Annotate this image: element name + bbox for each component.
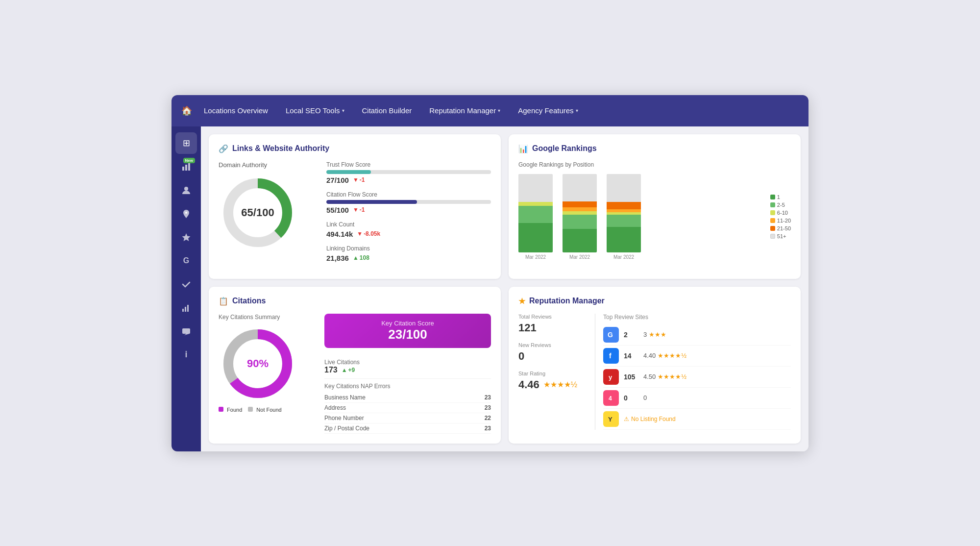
legend-dot-11-20 <box>770 218 775 223</box>
sidebar-item-star[interactable] <box>175 226 197 248</box>
bar-segment-6-10 <box>518 202 553 206</box>
trust-flow-section: Trust Flow Score 27/100 ▼ -1 Citation Fl… <box>326 161 491 269</box>
link-icon: 🔗 <box>219 144 228 153</box>
google-rating: 3 ★★★ <box>643 331 666 338</box>
key-citations-summary-label: Key Citations Summary <box>219 314 317 321</box>
citations-card: 📋 Citations Key Citations Summary 90% <box>209 287 501 444</box>
domain-authority-value: 65/100 <box>241 206 274 219</box>
svg-text:y: y <box>609 373 612 381</box>
top-navigation: 🏠 Locations Overview Local SEO Tools ▾ C… <box>172 95 808 126</box>
reputation-card-title: ★ Reputation Manager <box>518 297 791 306</box>
live-citations-value: 173 <box>324 366 338 374</box>
legend-1: 1 <box>770 194 791 200</box>
citation-flow-metric: Citation Flow Score 55/100 ▼ -1 <box>326 191 491 214</box>
sidebar-item-info[interactable]: i <box>175 344 197 366</box>
trust-flow-value: 27/100 <box>326 176 349 184</box>
top-review-sites-section: Top Review Sites G 2 3 ★★★ <box>603 314 791 430</box>
yelp-stars: ★★★★½ <box>658 373 686 380</box>
nav-locations-overview[interactable]: Locations Overview <box>195 95 277 126</box>
nav-local-seo-tools[interactable]: Local SEO Tools ▾ <box>277 95 353 126</box>
chevron-down-icon: ▾ <box>342 108 344 113</box>
found-square <box>219 407 223 412</box>
trust-flow-metric: Trust Flow Score 27/100 ▼ -1 <box>326 161 491 184</box>
review-site-yellowpages: Y ⚠ No Listing Found <box>603 409 791 430</box>
sidebar-item-profile[interactable] <box>175 179 197 201</box>
bar-segment-51plus <box>563 174 597 201</box>
bar-stack-2 <box>563 174 597 252</box>
linking-domains-label: Linking Domains <box>326 245 491 252</box>
live-citations-delta: ▲ +9 <box>342 367 355 373</box>
svg-text:f: f <box>609 352 612 360</box>
home-icon[interactable]: 🏠 <box>181 105 192 116</box>
nav-reputation-manager[interactable]: Reputation Manager ▾ <box>420 95 509 126</box>
new-reviews-stat: New Reviews 0 <box>518 342 587 363</box>
bar-segment-51plus <box>518 174 553 202</box>
sidebar-item-chart[interactable]: New <box>175 156 197 177</box>
legend-21-50: 21-50 <box>770 225 791 231</box>
citations-donut-chart: 90% <box>219 324 297 403</box>
sidebar-item-check[interactable] <box>175 273 197 295</box>
sidebar-item-analytics[interactable] <box>175 297 197 319</box>
domain-authority-label: Domain Authority <box>219 161 317 169</box>
total-reviews-value: 121 <box>518 322 587 334</box>
live-citations-metric: Live Citations 173 ▲ +9 <box>324 355 491 379</box>
nap-errors-list: Business Name 23 Address 23 Phone Number… <box>324 393 491 434</box>
trust-flow-bar <box>326 170 371 174</box>
bar-segment-2-5 <box>563 215 597 229</box>
sidebar-item-message[interactable] <box>175 321 197 342</box>
main-content: 🔗 Links & Website Authority Domain Autho… <box>201 126 808 451</box>
star-rating-stat: Star Rating 4.46 ★★★★½ <box>518 371 587 391</box>
bar-stack-3 <box>607 174 641 252</box>
facebook-stars: ★★★★½ <box>658 352 686 359</box>
foursquare-rating: 0 <box>643 394 647 401</box>
citations-card-title: 📋 Citations <box>219 297 491 306</box>
review-site-yelp: y 105 4.50 ★★★★½ <box>603 367 791 388</box>
svg-rect-0 <box>182 167 184 171</box>
citation-flow-value: 55/100 <box>326 206 349 214</box>
not-found-square <box>248 407 253 412</box>
sidebar: ⊞ New G i <box>172 126 201 451</box>
bar-segment-21-50 <box>563 201 597 208</box>
nav-citation-builder[interactable]: Citation Builder <box>353 95 421 126</box>
citations-inner: Key Citations Summary 90% Found <box>219 314 491 434</box>
sidebar-item-google[interactable]: G <box>175 250 197 272</box>
star-rating-stars: ★★★★½ <box>543 380 577 389</box>
chevron-down-icon: ▾ <box>576 108 578 113</box>
svg-rect-9 <box>190 308 190 308</box>
bar-stack-1 <box>518 174 553 252</box>
sidebar-item-location[interactable] <box>175 203 197 224</box>
sidebar-item-grid[interactable]: ⊞ <box>175 132 197 154</box>
nap-row-business-name: Business Name 23 <box>324 393 491 403</box>
new-reviews-label: New Reviews <box>518 342 587 348</box>
foursquare-logo: 4 <box>603 390 619 406</box>
legend-11-20: 11-20 <box>770 218 791 223</box>
svg-rect-6 <box>182 309 184 312</box>
top-sites-title: Top Review Sites <box>603 314 791 321</box>
links-authority-card: 🔗 Links & Website Authority Domain Autho… <box>209 134 501 279</box>
bar-group-1: Mar 2022 <box>518 174 553 260</box>
svg-rect-1 <box>185 165 187 171</box>
nav-agency-features[interactable]: Agency Features ▾ <box>509 95 587 126</box>
legend-2-5: 2-5 <box>770 202 791 208</box>
link-count-label: Link Count <box>326 221 491 228</box>
legend-found: Found <box>219 407 242 413</box>
new-reviews-value: 0 <box>518 350 587 363</box>
foursquare-count: 0 <box>624 394 638 402</box>
yelp-rating: 4.50 ★★★★½ <box>643 373 686 380</box>
rankings-subtitle: Google Rankings by Position <box>518 161 791 168</box>
facebook-count: 14 <box>624 352 638 360</box>
yelp-logo: y <box>603 369 619 385</box>
bar-segment-1 <box>563 229 597 252</box>
citation-flow-label: Citation Flow Score <box>326 191 491 198</box>
legend-51plus: 51+ <box>770 233 791 239</box>
bar-chart-icon: 📊 <box>518 144 528 153</box>
yellowpages-logo: Y <box>603 411 619 427</box>
nap-row-zip: Zip / Postal Code 23 <box>324 423 491 434</box>
bar-segment-2-5 <box>518 206 553 223</box>
review-site-google: G 2 3 ★★★ <box>603 324 791 346</box>
google-rankings-card: 📊 Google Rankings Google Rankings by Pos… <box>509 134 801 279</box>
link-count-metric: Link Count 494.14k ▼ -8.05k <box>326 221 491 238</box>
facebook-rating: 4.40 ★★★★½ <box>643 352 686 359</box>
bar-label-3: Mar 2022 <box>613 254 634 260</box>
linking-domains-delta: ▲ 108 <box>353 254 369 261</box>
